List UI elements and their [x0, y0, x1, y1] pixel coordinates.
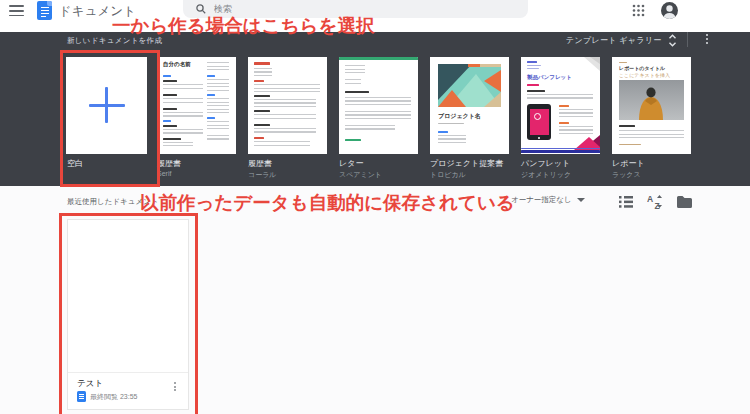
- template-label: 履歴書: [157, 158, 181, 169]
- recent-section: 最近使用したドキュメント オーナー指定なし A Z: [0, 186, 750, 414]
- unfold-chevrons-icon: [668, 34, 677, 47]
- recent-doc-meta: 最終閲覧 23:55: [90, 392, 137, 402]
- corner-pattern: [578, 57, 600, 75]
- more-options-icon[interactable]: [704, 34, 710, 46]
- template-label: 履歴書: [248, 158, 272, 169]
- template-label: レポート: [612, 158, 645, 169]
- folder-icon[interactable]: [677, 196, 692, 208]
- template-card-resume-coral[interactable]: [248, 57, 327, 154]
- template-card-blank[interactable]: [66, 57, 147, 154]
- account-avatar[interactable]: [661, 2, 678, 19]
- thumb-title: レポートのタイトル: [619, 65, 665, 71]
- template-sublabel: Serif: [157, 170, 171, 177]
- template-sublabel: コーラル: [248, 170, 277, 180]
- template-section: 新しいドキュメントを作成 テンプレート ギャラリー 空白 自分の名前: [0, 32, 750, 186]
- menu-icon[interactable]: [9, 5, 24, 17]
- owner-filter-label: オーナー指定なし: [511, 195, 572, 205]
- plus-icon: [105, 87, 109, 123]
- apps-grid-icon[interactable]: [632, 4, 645, 17]
- recent-doc-title: テスト: [77, 378, 103, 390]
- template-label: レター: [339, 158, 363, 169]
- divider: [68, 372, 188, 373]
- phone-image: [527, 104, 551, 140]
- owner-filter-dropdown[interactable]: オーナー指定なし: [511, 195, 585, 205]
- template-label: 空白: [67, 158, 83, 169]
- template-card-letter-spearmint[interactable]: [339, 57, 418, 154]
- annotation-create-note: 一から作る場合はこちらを選択: [112, 13, 374, 38]
- template-gallery-button[interactable]: テンプレート ギャラリー: [566, 33, 677, 47]
- template-gallery-label: テンプレート ギャラリー: [566, 35, 662, 46]
- thumb-title: プロジェクト名: [438, 112, 481, 121]
- doc-more-options-icon[interactable]: [172, 382, 178, 393]
- template-card-project-tropic[interactable]: プロジェクト名: [430, 57, 509, 154]
- person-icon: [661, 2, 678, 19]
- template-sublabel: トロピカル: [430, 170, 466, 180]
- tropic-cover-image: [438, 64, 501, 107]
- docs-file-icon: [77, 391, 86, 402]
- template-sublabel: ジオメトリック: [521, 170, 571, 180]
- recent-doc-card[interactable]: テスト 最終閲覧 23:55: [67, 219, 189, 410]
- template-label: パンフレット: [521, 158, 570, 169]
- svg-text:Z: Z: [655, 201, 660, 210]
- google-docs-home: ドキュメント 一から作る場合はこちらを選択 新しいドキュメントを作成: [0, 0, 750, 414]
- person-photo: [619, 80, 684, 120]
- template-card-resume-serif[interactable]: 自分の名前: [157, 57, 236, 154]
- svg-text:A: A: [647, 194, 653, 204]
- thumb-title: 製品パンフレット: [527, 74, 572, 81]
- template-label: プロジェクト提案書: [430, 158, 503, 169]
- template-card-report-lux[interactable]: レポートのタイトル ここにテキストを挿入: [612, 57, 691, 154]
- template-card-brochure-geometric[interactable]: 製品パンフレット: [521, 57, 600, 154]
- divider: [687, 32, 688, 47]
- list-view-icon[interactable]: [619, 196, 633, 208]
- thumb-subtitle: ここにテキストを挿入: [619, 72, 670, 78]
- annotation-recent-note: 以前作ったデータも自動的に保存されている: [140, 190, 515, 215]
- caret-down-icon: [577, 198, 585, 202]
- sort-az-icon[interactable]: A Z: [647, 194, 663, 209]
- template-sublabel: スペアミント: [339, 170, 382, 180]
- thumb-title: 自分の名前: [163, 61, 191, 68]
- template-sublabel: ラックス: [612, 170, 641, 180]
- docs-logo-icon[interactable]: [37, 1, 52, 20]
